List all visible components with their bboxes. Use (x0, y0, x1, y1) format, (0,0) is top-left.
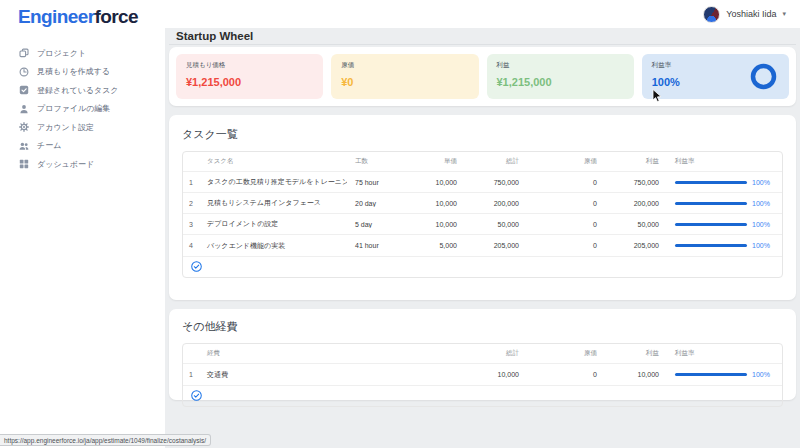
other-expenses-title: その他経費 (182, 319, 783, 334)
sidebar-item-label: アカウント設定 (37, 122, 94, 133)
sidebar-item[interactable]: プロジェクト (0, 44, 165, 63)
profit-rate-value: 100% (752, 200, 770, 207)
expense-table-body: 1 交通費 10,000 0 10,000 100% (183, 364, 782, 385)
col-effort[interactable]: 工数 (347, 157, 409, 166)
task-profit: 50,000 (605, 221, 667, 228)
task-total: 750,000 (465, 179, 527, 186)
task-name: バックエンド機能の実装 (199, 241, 347, 251)
task-list-title: タスク一覧 (182, 127, 783, 142)
check-circle-icon[interactable] (191, 387, 202, 405)
task-cost: 0 (527, 221, 605, 228)
task-effort: 20 day (347, 200, 409, 207)
expense-profit: 10,000 (605, 371, 667, 378)
task-effort: 41 hour (347, 242, 409, 249)
logo-part-2: force (95, 6, 138, 27)
sidebar-item[interactable]: ダッシュボード (0, 155, 165, 174)
sidebar: Engineerforce プロジェクト 見積もりを作成する 登録されているタス… (0, 0, 165, 448)
create-estimate-icon (19, 67, 29, 77)
sidebar-item-label: チーム (37, 140, 61, 151)
task-effort: 75 hour (347, 179, 409, 186)
user-name: Yoshiaki Iida (726, 9, 776, 19)
card-label: 利益 (497, 61, 624, 70)
app-window: Yoshiaki Iida ▾ Engineerforce プロジェクト 見積も… (0, 0, 800, 448)
col-cost[interactable]: 原価 (527, 157, 605, 166)
col-profit[interactable]: 利益 (605, 349, 667, 358)
expense-profit-rate: 100% (667, 371, 782, 378)
summary-cards-panel: 見積もり価格 ¥1,215,000 原価 ¥0 利益 ¥1,215,000 利益… (169, 47, 796, 106)
account-settings-icon (19, 122, 29, 132)
task-table: タスク名 工数 単価 総計 原価 利益 利益率 1 タスクの工数見積り推定モデル… (182, 151, 783, 278)
col-total[interactable]: 総計 (465, 349, 527, 358)
task-cost: 0 (527, 200, 605, 207)
task-index: 3 (183, 221, 199, 228)
task-table-header: タスク名 工数 単価 総計 原価 利益 利益率 (183, 152, 782, 172)
other-expenses-panel: その他経費 経費 総計 原価 利益 利益率 1 交通費 10 (169, 309, 796, 400)
task-profit-rate: 100% (667, 221, 782, 228)
task-index: 2 (183, 200, 199, 207)
sidebar-item[interactable]: チーム (0, 137, 165, 156)
task-total: 205,000 (465, 242, 527, 249)
task-row[interactable]: 2 見積もりシステム用インタフェース 20 day 10,000 200,000… (183, 193, 782, 214)
task-unit-price: 5,000 (409, 242, 465, 249)
task-profit: 205,000 (605, 242, 667, 249)
task-row[interactable]: 3 デプロイメントの設定 5 day 10,000 50,000 0 50,00… (183, 214, 782, 235)
expense-table-footer (183, 385, 782, 406)
sidebar-item[interactable]: アカウント設定 (0, 118, 165, 137)
dashboard-icon (19, 159, 29, 169)
col-profit[interactable]: 利益 (605, 157, 667, 166)
task-effort: 5 day (347, 221, 409, 228)
profit-rate-bar (675, 181, 747, 184)
sidebar-item-label: ダッシュボード (37, 159, 94, 170)
sidebar-item-label: プロジェクト (37, 48, 86, 59)
status-url-bar: https://app.engineerforce.io/ja/app/esti… (0, 434, 211, 446)
app-logo[interactable]: Engineerforce (0, 5, 165, 29)
sidebar-item-label: 登録されているタスク (37, 85, 119, 96)
sidebar-item[interactable]: プロファイルの編集 (0, 100, 165, 119)
col-total[interactable]: 総計 (465, 157, 527, 166)
task-row[interactable]: 4 バックエンド機能の実装 41 hour 5,000 205,000 0 20… (183, 235, 782, 256)
card-profit: 利益 ¥1,215,000 (487, 54, 634, 99)
task-cost: 0 (527, 242, 605, 249)
expense-table: 経費 総計 原価 利益 利益率 1 交通費 10,000 0 10,000 (182, 343, 783, 407)
check-circle-icon[interactable] (191, 258, 202, 276)
col-task-name[interactable]: タスク名 (199, 157, 347, 166)
profit-rate-bar (675, 244, 747, 247)
task-table-body: 1 タスクの工数見積り推定モデルをトレーニングする 75 hour 10,000… (183, 172, 782, 256)
col-profit-rate[interactable]: 利益率 (667, 349, 782, 358)
col-cost[interactable]: 原価 (527, 349, 605, 358)
profit-rate-value: 100% (752, 221, 770, 228)
task-cost: 0 (527, 179, 605, 186)
task-unit-price: 10,000 (409, 200, 465, 207)
card-estimate-price: 見積もり価格 ¥1,215,000 (176, 54, 323, 99)
sidebar-item-label: 見積もりを作成する (37, 66, 110, 77)
team-icon (19, 141, 29, 151)
projects-icon (19, 48, 29, 58)
card-cost: 原価 ¥0 (331, 54, 478, 99)
user-avatar[interactable] (703, 6, 720, 23)
user-menu[interactable]: Yoshiaki Iida ▾ (703, 6, 786, 23)
card-label: 原価 (341, 61, 468, 70)
col-profit-rate[interactable]: 利益率 (667, 157, 782, 166)
col-expense[interactable]: 経費 (199, 349, 465, 358)
task-profit-rate: 100% (667, 179, 782, 186)
chevron-down-icon[interactable]: ▾ (782, 10, 786, 18)
col-unit-price[interactable]: 単価 (409, 157, 465, 166)
registered-tasks-icon (19, 85, 29, 95)
profit-rate-donut-icon (750, 63, 777, 94)
expense-table-header: 経費 総計 原価 利益 利益率 (183, 344, 782, 364)
task-name: 見積もりシステム用インタフェース (199, 198, 347, 208)
expense-index: 1 (183, 371, 199, 378)
sidebar-item-label: プロファイルの編集 (37, 103, 110, 114)
task-total: 50,000 (465, 221, 527, 228)
task-profit-rate: 100% (667, 242, 782, 249)
profit-rate-value: 100% (752, 179, 770, 186)
profit-rate-bar (675, 223, 747, 226)
sidebar-item[interactable]: 登録されているタスク (0, 81, 165, 100)
task-profit-rate: 100% (667, 200, 782, 207)
sidebar-item[interactable]: 見積もりを作成する (0, 63, 165, 82)
task-row[interactable]: 1 タスクの工数見積り推定モデルをトレーニングする 75 hour 10,000… (183, 172, 782, 193)
profit-rate-bar (675, 202, 747, 205)
expense-row[interactable]: 1 交通費 10,000 0 10,000 100% (183, 364, 782, 385)
task-name: デプロイメントの設定 (199, 219, 347, 229)
profit-rate-value: 100% (752, 242, 770, 249)
